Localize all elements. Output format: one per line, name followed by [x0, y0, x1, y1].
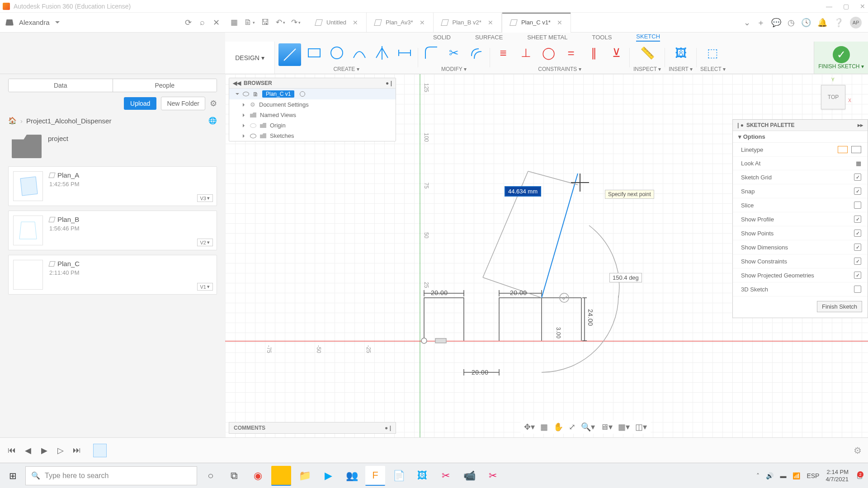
- explorer-icon[interactable]: 📁: [295, 466, 315, 486]
- perpendicular-constraint-icon[interactable]: ⊻: [607, 43, 626, 62]
- opt-show-dimensions[interactable]: Show Dimensions: [733, 240, 868, 254]
- timeline-settings-icon[interactable]: ⚙: [854, 445, 862, 456]
- fit-icon[interactable]: 🔍▾: [581, 422, 595, 432]
- fillet-tool-icon[interactable]: [422, 43, 441, 62]
- checkbox[interactable]: [854, 174, 861, 181]
- cortana-icon[interactable]: ○: [201, 466, 221, 486]
- insert-image-icon[interactable]: 🖼: [671, 43, 690, 62]
- wifi-icon[interactable]: 📶: [793, 472, 800, 479]
- movies-icon[interactable]: ▶: [318, 466, 338, 486]
- browser-item-doc-settings[interactable]: ⚙Document Settings: [229, 99, 396, 110]
- new-file-icon[interactable]: 🗎: [244, 17, 255, 28]
- linetype-center-icon[interactable]: [851, 146, 861, 153]
- tab-surface[interactable]: SURFACE: [475, 34, 503, 41]
- seg-people[interactable]: People: [113, 79, 217, 92]
- pan-icon[interactable]: ✋: [553, 422, 563, 432]
- new-tab-icon[interactable]: ＋: [757, 17, 765, 28]
- breadcrumb[interactable]: 🏠› Project1_Alcohol_Dispenser 🌐: [8, 115, 217, 127]
- orbit-icon[interactable]: ✥▾: [524, 422, 535, 432]
- checkbox[interactable]: [854, 258, 861, 265]
- dimension-label[interactable]: 3.00: [555, 327, 561, 338]
- opt-show-constraints[interactable]: Show Constraints: [733, 254, 868, 268]
- look-at-icon[interactable]: ▦: [856, 160, 861, 167]
- zoom-icon[interactable]: ⤢: [569, 422, 576, 432]
- timeline-next-icon[interactable]: ▷: [55, 446, 66, 455]
- snip2-icon[interactable]: ✂: [483, 466, 503, 486]
- tab-close-icon[interactable]: ✕: [557, 19, 562, 26]
- tangent-constraint-icon[interactable]: ◯: [539, 43, 558, 62]
- comments-icon[interactable]: 💬: [771, 18, 781, 28]
- browser-item-origin[interactable]: Origin: [229, 120, 396, 131]
- opt-show-projected[interactable]: Show Projected Geometries: [733, 268, 868, 282]
- file-tab-plan-a[interactable]: Plan_Av3*✕: [367, 13, 433, 33]
- palette-finish-button[interactable]: Finish Sketch: [817, 301, 862, 312]
- checkbox[interactable]: [854, 286, 861, 293]
- opt-sketch-grid[interactable]: Sketch Grid: [733, 170, 868, 184]
- world-icon[interactable]: 🌐: [208, 117, 217, 125]
- eye-icon[interactable]: [250, 134, 256, 138]
- volume-icon[interactable]: 🔊: [766, 472, 774, 479]
- checkbox[interactable]: [854, 202, 861, 209]
- opt-slice[interactable]: Slice: [733, 198, 868, 212]
- start-button[interactable]: ⊞: [4, 467, 22, 485]
- equal-constraint-icon[interactable]: =: [561, 43, 580, 62]
- circle-tool-icon[interactable]: [327, 43, 346, 62]
- tab-tools[interactable]: TOOLS: [592, 34, 612, 41]
- group-select-label[interactable]: SELECT ▾: [700, 66, 726, 72]
- checkbox[interactable]: [854, 272, 861, 279]
- chrome-icon[interactable]: ◉: [248, 466, 268, 486]
- comments-bar[interactable]: COMMENTS● |: [229, 422, 396, 434]
- select-tool-icon[interactable]: ⬚: [703, 43, 722, 62]
- action-center-icon[interactable]: ▢2: [855, 472, 864, 479]
- save-icon[interactable]: 🖫: [259, 17, 270, 28]
- checkbox[interactable]: [854, 188, 861, 195]
- timeline-play-icon[interactable]: ▶: [39, 446, 50, 455]
- lookat-icon[interactable]: ▦: [540, 422, 548, 432]
- sketch-palette[interactable]: | ●SKETCH PALETTE▸▸ ▾ Options Linetype L…: [732, 119, 868, 318]
- notifications-icon[interactable]: 🔔: [817, 18, 827, 28]
- teams-icon[interactable]: 👥: [342, 466, 362, 486]
- tab-sketch[interactable]: SKETCH: [636, 33, 660, 42]
- taskbar-clock[interactable]: 2:14 PM4/7/2021: [826, 469, 849, 483]
- folder-card[interactable]: project: [8, 131, 217, 162]
- dimension-label[interactable]: 24.00: [587, 309, 594, 326]
- dimension-label[interactable]: 20.00: [510, 289, 527, 296]
- checkbox[interactable]: [854, 244, 861, 251]
- opt-lookat[interactable]: Look At▦: [733, 157, 868, 170]
- timeline-end-icon[interactable]: ⏭: [71, 446, 82, 455]
- canvas[interactable]: 125 100 75 50 25 -75 -50 -25 TOP: [225, 74, 868, 437]
- line-tool-icon[interactable]: [278, 43, 301, 66]
- sticky-notes-icon[interactable]: [271, 466, 291, 486]
- browser-panel[interactable]: ◀◀BROWSER● | 🗎Plan_C v1 ⚙Document Settin…: [229, 78, 396, 141]
- redo-icon[interactable]: ↷: [290, 17, 301, 28]
- search-icon[interactable]: ⌕: [200, 18, 205, 28]
- close-icon[interactable]: ✕: [860, 3, 865, 10]
- browser-root[interactable]: 🗎Plan_C v1: [229, 89, 396, 99]
- timeline-prev-icon[interactable]: ◀: [23, 446, 33, 455]
- file-tab-untitled[interactable]: Untitled✕: [307, 13, 367, 33]
- group-inspect-label[interactable]: INSPECT ▾: [633, 66, 661, 72]
- group-constraints-label[interactable]: CONSTRAINTS ▾: [538, 66, 581, 72]
- trim-tool-icon[interactable]: ✂: [444, 43, 463, 62]
- browser-item-sketches[interactable]: Sketches: [229, 131, 396, 141]
- dimension-tool-icon[interactable]: [395, 43, 414, 62]
- tab-close-icon[interactable]: ✕: [420, 19, 425, 26]
- version-badge[interactable]: V1▾: [197, 283, 213, 291]
- tab-sheet-metal[interactable]: SHEET METAL: [527, 34, 567, 41]
- home-icon[interactable]: 🏠: [8, 117, 17, 125]
- finish-sketch-button[interactable]: ✓ FINISH SKETCH ▾: [814, 42, 868, 74]
- linetype-construction-icon[interactable]: [838, 146, 848, 153]
- dimension-label[interactable]: 20.00: [431, 289, 448, 296]
- grid-vis-icon[interactable]: ▦▾: [618, 422, 630, 432]
- display-icon[interactable]: 🖥▾: [600, 422, 613, 432]
- mirror-tool-icon[interactable]: [373, 43, 392, 62]
- opt-show-profile[interactable]: Show Profile: [733, 212, 868, 226]
- data-people-toggle[interactable]: Data People: [8, 79, 217, 92]
- file-card-plan-b[interactable]: Plan_B1:56:46 PM V2▾: [8, 211, 217, 250]
- arc-tool-icon[interactable]: [350, 43, 369, 62]
- file-card-plan-a[interactable]: Plan_A1:42:56 PM V3▾: [8, 166, 217, 206]
- undo-icon[interactable]: ↶: [275, 17, 286, 28]
- fusion-taskbar-icon[interactable]: F: [365, 466, 385, 486]
- timeline-sketch-node[interactable]: [93, 444, 107, 457]
- eye-icon[interactable]: [243, 92, 249, 96]
